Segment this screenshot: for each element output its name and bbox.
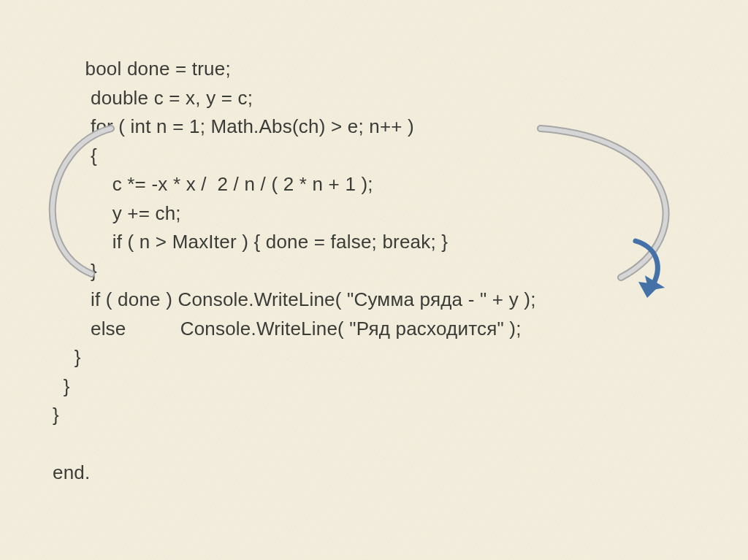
code-line: if ( n > MaxIter ) { done = false; break… [53, 231, 448, 253]
code-line: double c = x, y = c; [53, 87, 253, 109]
code-line: end. [53, 461, 90, 483]
code-line: c *= -x * x / 2 / n / ( 2 * n + 1 ); [53, 173, 373, 195]
code-line: bool done = true; [53, 58, 231, 80]
code-line: { [53, 145, 97, 166]
code-line: } [53, 346, 81, 368]
svg-marker-0 [639, 275, 665, 297]
svg-marker-1 [638, 282, 660, 298]
code-line: } [53, 375, 70, 397]
code-line: if ( done ) Console.WriteLine( "Сумма ря… [53, 288, 536, 310]
code-block: bool done = true; double c = x, y = c; f… [53, 55, 536, 488]
code-line: } [53, 404, 59, 426]
code-line: else Console.WriteLine( "Ряд расходится"… [53, 318, 522, 340]
code-line: y += ch; [53, 202, 181, 224]
code-line: for ( int n = 1; Math.Abs(ch) > e; n++ ) [53, 115, 414, 137]
code-line: } [53, 260, 97, 282]
